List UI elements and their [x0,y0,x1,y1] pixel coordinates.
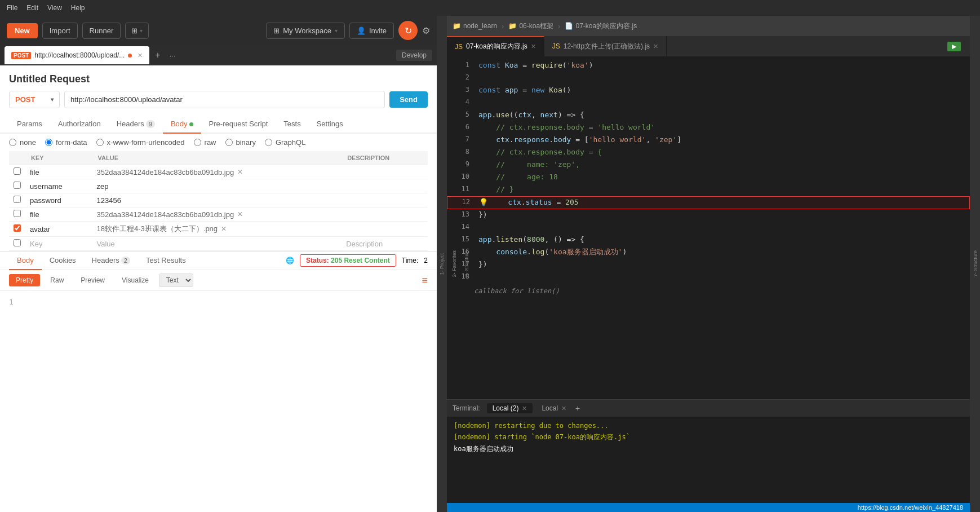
terminal-tab-close2[interactable]: ✕ [561,405,566,412]
col-description: DESCRIPTION [342,151,428,165]
row-desc[interactable]: Description [342,237,428,251]
time-value: 2 [424,257,428,264]
row-desc[interactable] [342,193,428,208]
run-button[interactable]: ▶ [947,42,961,51]
row-value[interactable]: Value [92,237,342,251]
row-checkbox[interactable] [14,210,21,217]
crumb-koa-framework[interactable]: 📁 06-koa框架 [508,21,553,31]
workspace-icon: ⊞ [273,27,280,35]
sidebar-label-project[interactable]: 1- Project [438,249,446,280]
globe-icon[interactable]: 🌐 [286,257,294,264]
terminal-tab-local2[interactable]: Local (2) ✕ [487,403,533,413]
wrap-button[interactable]: ≡ [422,275,428,286]
vscode-tab-active[interactable]: JS 07-koa的响应内容.js ✕ [447,36,544,56]
row-value[interactable]: 123456 [92,193,342,208]
radio-binary[interactable]: binary [225,138,256,147]
row-desc[interactable] [342,179,428,193]
request-tab[interactable]: POST http://localhost:8000/upload/... ✕ [5,46,149,64]
menu-edit[interactable]: Edit [26,4,38,12]
menu-file[interactable]: File [7,4,17,12]
row-checkbox[interactable] [14,196,21,203]
resp-tab-headers[interactable]: Headers2 [84,251,138,270]
resp-tab-body[interactable]: Body [9,251,42,270]
tab-method-badge: POST [11,52,31,59]
row-key[interactable]: avatar [25,222,92,237]
tab-add-button[interactable]: + [150,50,165,60]
file-remove-icon[interactable]: ✕ [237,168,243,176]
menu-help[interactable]: Help [71,4,85,12]
row-value[interactable]: 352daa384124de184ac83cb6ba091db.jpg✕ [92,208,342,222]
row-checkbox[interactable] [14,182,21,189]
resp-tab-cookies[interactable]: Cookies [42,251,84,270]
file-remove-icon[interactable]: ✕ [237,210,243,218]
tab-body[interactable]: Body [163,115,201,134]
tab-more-button[interactable]: ··· [166,51,179,60]
format-raw[interactable]: Raw [43,274,70,286]
tab-pre-request[interactable]: Pre-request Script [201,115,276,134]
tab-params[interactable]: Params [9,115,50,134]
line-number: 13 [451,209,469,220]
crumb-node-learn[interactable]: 📁 node_learn [453,22,497,30]
radio-graphql[interactable]: GraphQL [265,138,305,147]
tab-authorization[interactable]: Authorization [50,115,109,134]
row-desc[interactable] [342,208,428,222]
tab-develop[interactable]: Develop [396,50,432,61]
sidebar-label-favorites[interactable]: 2- Favorites [450,246,458,282]
format-type-select[interactable]: Text [159,273,193,287]
row-checkbox[interactable] [14,224,21,232]
code-line: 13 }) [447,209,970,222]
row-desc[interactable] [342,222,428,237]
layout-button[interactable]: ⊞ ▾ [125,23,149,39]
row-checkbox[interactable] [14,239,21,246]
format-preview[interactable]: Preview [74,274,112,286]
terminal-tab-close[interactable]: ✕ [522,405,527,412]
sync-button[interactable]: ↻ [398,21,418,40]
vscode-tab-other[interactable]: JS 12-http文件上传(正确做法).js ✕ [544,36,667,56]
terminal-tab-local[interactable]: Local ✕ [536,403,572,413]
other-tab-close[interactable]: ✕ [653,43,658,50]
radio-urlencoded[interactable]: x-www-form-urlencoded [96,138,185,147]
format-pretty[interactable]: Pretty [9,274,40,286]
terminal-add-button[interactable]: + [575,404,580,413]
sidebar-label-structure1[interactable]: 3- Structure [463,246,471,281]
tab-headers[interactable]: Headers9 [109,115,163,134]
format-visualize[interactable]: Visualize [115,274,156,286]
vscode-sidebar: 1- Project 2- Favorites 3- Structure [437,16,447,512]
status-value: 205 Reset Content [331,257,390,264]
row-key[interactable]: password [25,193,92,208]
code-line: 8 // ctx.response.body = { [447,147,970,159]
resp-tab-test-results[interactable]: Test Results [138,251,194,270]
row-desc[interactable] [342,165,428,179]
status-bar-url[interactable]: https://blog.csdn.net/weixin_44827418 [858,504,963,511]
url-input[interactable] [64,91,385,108]
radio-raw[interactable]: raw [194,138,216,147]
new-button[interactable]: New [7,23,38,38]
row-value[interactable]: 352daa384124de184ac83cb6ba091db.jpg✕ [92,165,342,179]
import-button[interactable]: Import [42,23,78,39]
row-key[interactable]: file [25,165,92,179]
runner-button[interactable]: Runner [82,23,121,39]
row-key[interactable]: file [25,208,92,222]
workspace-button[interactable]: ⊞ My Workspace ▾ [266,23,345,39]
invite-button[interactable]: 👤 Invite [349,23,394,39]
method-select[interactable]: POST ▾ [9,91,60,108]
code-line: 11 // } [447,184,970,196]
send-button[interactable]: Send [389,91,428,108]
row-value[interactable]: zep [92,179,342,193]
active-tab-close[interactable]: ✕ [531,43,536,50]
file-remove-icon[interactable]: ✕ [221,225,227,233]
tab-tests[interactable]: Tests [276,115,308,134]
tab-settings[interactable]: Settings [309,115,351,134]
settings-icon[interactable]: ⚙ [422,25,430,36]
method-label: POST [15,95,35,104]
row-value[interactable]: 18软件工程4-3班课表（大二下）.png✕ [92,222,342,237]
radio-none[interactable]: none [9,138,36,147]
tab-close-icon[interactable]: ✕ [138,52,143,59]
radio-form-data[interactable]: form-data [45,138,87,147]
row-key[interactable]: Key [25,237,92,251]
menu-view[interactable]: View [47,4,62,12]
sidebar-label-structure2[interactable]: 7- Structure [972,246,979,281]
row-checkbox[interactable] [14,167,21,175]
crumb-file[interactable]: 📄 07-koa的响应内容.js [565,21,637,31]
row-key[interactable]: username [25,179,92,193]
